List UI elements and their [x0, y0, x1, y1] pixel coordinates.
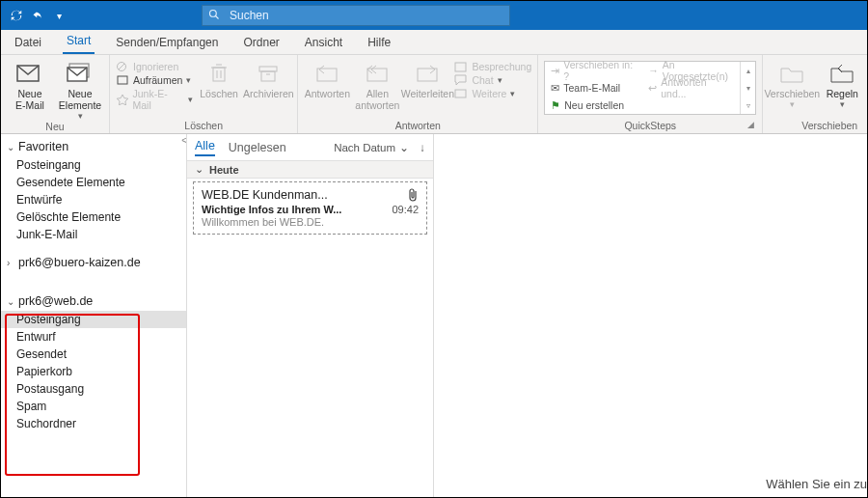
ribbon: Neue E-Mail Neue Elemente Neu Ignorieren… [1, 55, 867, 134]
message-list-header: Alle Ungelesen Nach Datum⌄ ↓ [187, 134, 433, 155]
search-input[interactable] [226, 9, 509, 22]
ribbon-tabs: Datei Start Senden/Empfangen Ordner Ansi… [1, 30, 867, 55]
rules-button[interactable]: Regeln [819, 57, 865, 109]
new-mail-button[interactable]: Neue E-Mail [7, 57, 53, 111]
reply-icon [312, 61, 342, 86]
tab-ordner[interactable]: Ordner [239, 32, 283, 54]
svg-rect-13 [259, 67, 277, 71]
tab-alle[interactable]: Alle [195, 139, 215, 156]
trash-icon [203, 61, 234, 86]
tab-ansicht[interactable]: Ansicht [301, 32, 346, 54]
reading-pane: Wählen Sie ein zu [434, 134, 867, 497]
arrow-down-icon: ↓ [420, 142, 425, 153]
new-mail-label: Neue E-Mail [15, 88, 44, 111]
cleanup-button[interactable]: Aufräumen [116, 74, 193, 86]
rules-icon [827, 61, 857, 86]
ribbon-group-label: Antworten [304, 120, 531, 133]
chevron-down-icon: ⌄ [195, 163, 203, 176]
forward-button[interactable]: Weiterleiten [404, 57, 450, 99]
account1-header[interactable]: ›prk6@buero-kaizen.de [1, 253, 186, 272]
ribbon-group-label: Löschen [116, 120, 291, 133]
undo-icon[interactable] [30, 8, 45, 23]
tab-ungelesen[interactable]: Ungelesen [229, 141, 286, 154]
folder-move-icon: ⇥ [551, 65, 559, 76]
search-box[interactable] [202, 5, 510, 26]
mail-icon: ✉ [551, 82, 559, 94]
fav-entwuerfe[interactable]: Entwürfe [1, 191, 186, 208]
acc2-spam[interactable]: Spam [1, 398, 186, 415]
ribbon-group-label: QuickSteps [624, 120, 676, 131]
svg-point-0 [210, 11, 217, 17]
sort-dropdown[interactable]: Nach Datum⌄ ↓ [334, 141, 425, 154]
fav-junk[interactable]: Junk-E-Mail [1, 226, 186, 243]
archive-button[interactable]: Archivieren [245, 57, 291, 99]
ribbon-group-label: Verschieben [769, 120, 868, 133]
more-reply-button[interactable]: Weitere [454, 88, 531, 99]
forward-arrow-icon: → [648, 65, 659, 76]
title-bar: ▾ [1, 1, 867, 30]
reply-arrow-icon: ↩ [648, 82, 657, 94]
reply-all-button[interactable]: Allen antworten [354, 57, 400, 111]
chevron-down-icon: ⌄ [7, 296, 18, 307]
meeting-button[interactable]: Besprechung [454, 61, 531, 72]
svg-rect-17 [367, 69, 387, 81]
acc2-entwurf[interactable]: Entwurf [1, 328, 186, 346]
acc2-posteingang[interactable]: Posteingang [1, 311, 186, 328]
chevron-down-icon: ⌄ [399, 141, 409, 154]
acc2-gesendet[interactable]: Gesendet [1, 346, 186, 363]
tab-senden[interactable]: Senden/Empfangen [112, 32, 222, 54]
qs-team[interactable]: ✉Team-E-Mail [545, 79, 642, 97]
group-header-heute[interactable]: ⌄Heute [187, 160, 433, 179]
quicksteps-gallery[interactable]: ⇥Verschieben in: ? ✉Team-E-Mail ⚑Neu ers… [544, 61, 756, 115]
fav-posteingang[interactable]: Posteingang [1, 156, 186, 174]
qs-scroll[interactable]: ▴▾▿ [740, 62, 755, 114]
qs-moveto[interactable]: ⇥Verschieben in: ? [545, 62, 642, 79]
qat-more-icon[interactable]: ▾ [51, 8, 67, 23]
dialog-launcher-icon[interactable]: ◢ [747, 120, 754, 129]
move-button[interactable]: Verschieben [769, 57, 815, 109]
acc2-papierkorb[interactable]: Papierkorb [1, 363, 186, 380]
sync-icon[interactable] [9, 8, 24, 23]
folder-pane: < ⌄Favoriten Posteingang Gesendete Eleme… [1, 134, 187, 497]
chevron-down-icon: ⌄ [7, 142, 18, 152]
tab-datei[interactable]: Datei [11, 32, 45, 54]
favorites-header[interactable]: ⌄Favoriten [1, 137, 186, 156]
new-items-label: Neue Elemente [59, 88, 101, 111]
ribbon-group-loeschen: Ignorieren Aufräumen Junk-E-Mail Löschen… [110, 55, 298, 133]
junk-button[interactable]: Junk-E-Mail [116, 88, 193, 111]
fav-gesendete[interactable]: Gesendete Elemente [1, 174, 186, 191]
mail-stack-icon [65, 61, 95, 86]
account2-header[interactable]: ⌄prk6@web.de [1, 291, 186, 311]
ribbon-group-antworten: Antworten Allen antworten Weiterleiten B… [298, 55, 538, 133]
quick-access-toolbar: ▾ [1, 8, 67, 23]
folder-icon [776, 61, 807, 86]
ribbon-group-label: Neu [7, 121, 103, 134]
ignore-button[interactable]: Ignorieren [116, 61, 193, 72]
new-items-button[interactable]: Neue Elemente [57, 57, 103, 121]
tab-hilfe[interactable]: Hilfe [364, 32, 394, 54]
archive-icon [253, 61, 284, 86]
reply-button[interactable]: Antworten [304, 57, 350, 99]
acc2-postausgang[interactable]: Postausgang [1, 380, 186, 398]
ribbon-group-neu: Neue E-Mail Neue Elemente Neu [1, 55, 110, 133]
qs-replydel[interactable]: ↩Antworten und... [642, 79, 740, 97]
fav-geloeschte[interactable]: Gelöschte Elemente [1, 208, 186, 226]
svg-rect-8 [213, 68, 225, 81]
delete-button[interactable]: Löschen [197, 57, 242, 99]
acc2-suchordner[interactable]: Suchordner [1, 415, 186, 432]
mail-item[interactable]: WEB.DE Kundenman... Wichtige Infos zu Ih… [193, 181, 427, 235]
mail-icon [14, 61, 45, 86]
mail-preview: Willkommen bei WEB.DE. [202, 216, 419, 228]
collapse-pane-icon[interactable]: < [181, 135, 187, 146]
mail-subject: Wichtige Infos zu Ihrem W... [202, 204, 419, 215]
tab-start[interactable]: Start [63, 30, 95, 54]
attachment-icon [407, 188, 419, 206]
chat-button[interactable]: Chat [454, 74, 531, 86]
delete-label: Löschen [200, 88, 238, 99]
qs-create[interactable]: ⚑Neu erstellen [545, 97, 642, 114]
reading-placeholder: Wählen Sie ein zu [766, 477, 867, 491]
main-area: < ⌄Favoriten Posteingang Gesendete Eleme… [1, 134, 867, 497]
search-icon [203, 7, 226, 24]
message-list-pane: Alle Ungelesen Nach Datum⌄ ↓ ⌄Heute WEB.… [187, 134, 434, 497]
reply-all-icon [362, 61, 393, 86]
